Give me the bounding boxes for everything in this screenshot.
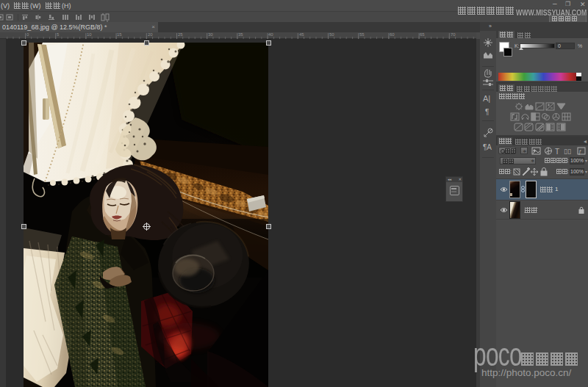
svg-text:T: T [555,148,559,156]
svg-text:ƒ: ƒ [578,148,581,155]
svg-text:¶: ¶ [485,108,489,116]
svg-text:A|: A| [483,94,490,103]
svg-text:▯▯: ▯▯ [564,148,571,155]
svg-text:¶A: ¶A [483,143,492,151]
